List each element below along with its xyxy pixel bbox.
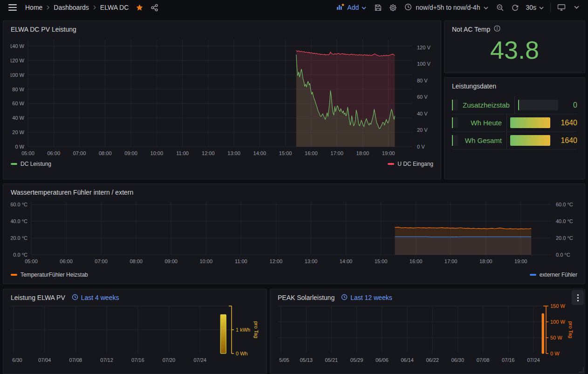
save-icon <box>374 4 382 12</box>
panel-leistungsdaten: Leistungsdaten Zusatzheizstab 0 Wh Heute <box>444 77 585 179</box>
svg-text:09:00: 09:00 <box>124 150 137 156</box>
svg-text:50 W: 50 W <box>550 335 562 340</box>
svg-text:18:00: 18:00 <box>479 258 492 264</box>
breadcrumb-dashboards[interactable]: Dashboards <box>54 4 89 11</box>
time-range-picker[interactable]: now/d+5h to now/d-4h <box>401 1 492 14</box>
svg-text:05/21: 05/21 <box>325 357 338 363</box>
view-mode-caret-button[interactable] <box>569 1 583 14</box>
svg-text:10:00: 10:00 <box>199 258 212 264</box>
zoom-out-button[interactable] <box>493 1 507 14</box>
water-legend: TemperaturFühler Heizstab externer Fühle… <box>11 272 577 278</box>
svg-text:140 W: 140 W <box>11 43 25 49</box>
svg-text:0 W: 0 W <box>15 144 24 150</box>
cycle-view-mode-button[interactable] <box>554 1 568 14</box>
refresh-button[interactable] <box>508 1 522 14</box>
share-button[interactable] <box>147 1 161 14</box>
svg-text:07:00: 07:00 <box>95 258 108 264</box>
menu-toggle-button[interactable] <box>6 1 20 14</box>
star-icon <box>136 4 144 12</box>
chevron-right-icon <box>46 5 50 10</box>
panel-menu-button[interactable] <box>572 290 584 305</box>
svg-text:15:00: 15:00 <box>375 258 388 264</box>
svg-text:14:00: 14:00 <box>253 150 267 156</box>
svg-text:40.0 °C: 40.0 °C <box>556 218 573 224</box>
gauge-divider <box>506 132 507 149</box>
svg-text:100 W: 100 W <box>550 319 565 325</box>
svg-text:5/05: 5/05 <box>279 357 289 363</box>
elwa-bar-chart[interactable]: 6/3007/0407/0807/1207/1607/2007/240 Wh1 … <box>11 304 259 369</box>
legend-swatch <box>11 274 17 276</box>
panel-time-range-link[interactable]: Last 4 weeks <box>72 294 119 302</box>
gauge-divider <box>506 114 507 131</box>
refresh-interval-label: 30s <box>526 4 536 11</box>
save-dashboard-button[interactable] <box>371 1 385 14</box>
gauge-cell <box>452 135 458 146</box>
svg-text:07/24: 07/24 <box>193 357 206 363</box>
svg-text:120 W: 120 W <box>11 58 25 63</box>
svg-text:08:00: 08:00 <box>99 150 112 156</box>
svg-text:08:00: 08:00 <box>130 258 143 264</box>
legend-swatch <box>11 163 17 165</box>
svg-text:1 kWh: 1 kWh <box>236 327 250 333</box>
panel-title[interactable]: ELWA DC PV Leistung <box>11 25 433 34</box>
panel-title[interactable]: Wassertemperaturen Fühler intern / exter… <box>11 188 577 197</box>
svg-text:11:00: 11:00 <box>176 150 189 156</box>
panel-title[interactable]: Leistungsdaten <box>452 82 577 91</box>
chevron-down-icon <box>362 4 366 11</box>
pv-timeseries-chart[interactable]: 05:0006:0007:0008:0009:0010:0011:0012:00… <box>11 38 433 160</box>
panel-title[interactable]: Not AC Temp <box>452 25 490 34</box>
svg-text:60 W: 60 W <box>12 101 24 106</box>
right-column: Not AC Temp 43.8 Leistungsdaten Zusatzhe… <box>444 20 585 179</box>
legend-swatch <box>388 163 394 165</box>
svg-text:18:00: 18:00 <box>356 150 369 156</box>
breadcrumb-current: ELWA DC <box>100 4 129 11</box>
svg-text:07/16: 07/16 <box>502 357 515 363</box>
panel-time-range-link[interactable]: Last 12 weeks <box>341 294 392 302</box>
svg-text:17:00: 17:00 <box>444 258 458 264</box>
add-button[interactable]: Add <box>333 1 370 14</box>
svg-text:07/08: 07/08 <box>69 357 82 363</box>
svg-text:60 V: 60 V <box>417 94 428 100</box>
svg-text:07/24: 07/24 <box>527 357 540 363</box>
gauge-bar <box>518 100 558 110</box>
refresh-icon <box>511 4 519 12</box>
svg-text:06:00: 06:00 <box>60 258 73 264</box>
gauge-bar <box>510 135 550 146</box>
svg-text:17:00: 17:00 <box>330 150 343 156</box>
svg-text:12:00: 12:00 <box>202 150 215 156</box>
svg-text:pro Tag: pro Tag <box>568 321 574 339</box>
panel-resize-handle[interactable] <box>578 367 584 373</box>
svg-text:6/30: 6/30 <box>12 357 22 363</box>
svg-text:19:00: 19:00 <box>514 258 527 264</box>
water-timeseries-chart[interactable]: 05:0006:0007:0008:0009:0010:0011:0012:00… <box>11 200 577 271</box>
breadcrumb-home[interactable]: Home <box>25 4 42 11</box>
gauge-label: Wh Gesamt <box>458 136 506 144</box>
favorite-star-button[interactable] <box>132 1 146 14</box>
panel-title[interactable]: PEAK Solarleistung <box>278 293 335 302</box>
refresh-interval-dropdown[interactable]: 30s <box>523 1 547 14</box>
svg-text:07:00: 07:00 <box>73 150 86 156</box>
hamburger-icon <box>8 4 17 11</box>
legend-item-u-dc-eingang[interactable]: U DC Eingang <box>388 161 433 167</box>
legend-label: TemperaturFühler Heizstab <box>21 272 88 278</box>
gauge-row-zusatzheizstab: Zusatzheizstab 0 <box>452 96 577 114</box>
svg-text:05:00: 05:00 <box>25 258 38 264</box>
gauge-cell <box>452 117 458 128</box>
dashboard-settings-button[interactable] <box>386 1 400 14</box>
legend-item-externer-fuehler[interactable]: externer Fühler <box>530 272 577 278</box>
chevron-right-icon <box>92 5 97 10</box>
svg-text:16:00: 16:00 <box>305 150 318 156</box>
legend-item-temperaturfuehler[interactable]: TemperaturFühler Heizstab <box>11 272 88 278</box>
monitor-icon <box>557 4 566 11</box>
panel-time-range-label: Last 12 weeks <box>350 294 392 301</box>
panel-elwa-dc-pv-leistung: ELWA DC PV Leistung 05:0006:0007:0008:00… <box>3 20 441 179</box>
peak-bar-chart[interactable]: 5/0505/1305/2105/2906/0606/1406/2206/300… <box>278 304 577 369</box>
legend-item-dc-leistung[interactable]: DC Leistung <box>11 161 51 167</box>
svg-text:100 W: 100 W <box>11 72 25 78</box>
svg-text:40.0 °C: 40.0 °C <box>11 218 27 224</box>
info-icon[interactable] <box>494 25 500 34</box>
gauge-bar <box>510 117 550 128</box>
panel-title[interactable]: Leistung ELWA PV <box>11 293 65 302</box>
panel-not-ac-temp: Not AC Temp 43.8 <box>444 20 585 73</box>
gauge-row-wh-gesamt: Wh Gesamt 1640 <box>452 132 577 150</box>
